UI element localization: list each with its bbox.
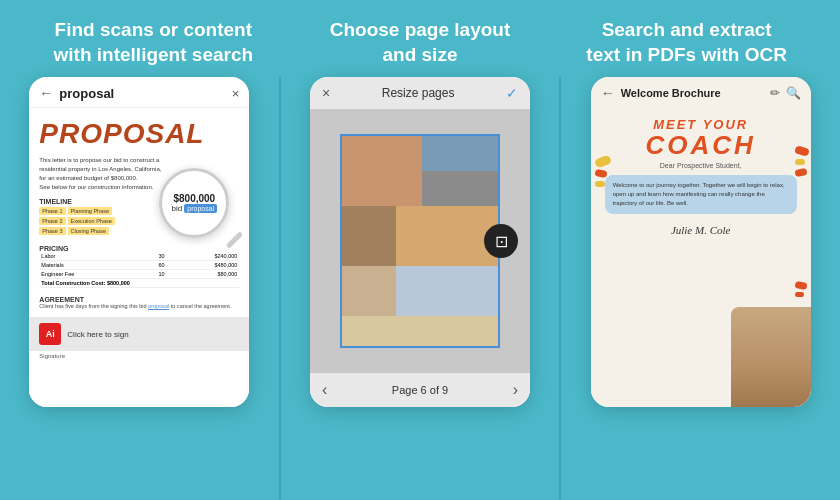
resize-nav: ‹ Page 6 of 9 ›	[310, 373, 530, 407]
blob-decoration	[794, 146, 810, 157]
photo-cell	[342, 206, 396, 266]
blob-decoration	[794, 168, 807, 177]
timeline-tag: Phase 3	[39, 227, 65, 235]
resize-content: ⊡	[310, 109, 530, 373]
resize-close-icon[interactable]: ×	[322, 85, 330, 101]
blob-decoration	[595, 181, 605, 187]
amount-highlight: for an estimated budget of $800,000.	[39, 175, 137, 181]
magnifier-proposal-tag: proposal	[184, 204, 217, 213]
timeline-tag: Execution Phase	[68, 217, 115, 225]
crop-icon[interactable]: ⊡	[484, 224, 518, 258]
blob-decoration	[594, 169, 607, 178]
panel-search: ← proposal × PROPOSAL This letter is to …	[0, 77, 281, 500]
page-indicator: Page 6 of 9	[392, 384, 448, 396]
brochure-bar: ← Welcome Brochure ✏ 🔍	[591, 77, 811, 107]
sign-button[interactable]: Click here to sign	[67, 330, 128, 339]
adobe-logo: Ai	[39, 323, 61, 345]
photo-cell	[422, 171, 498, 206]
bottom-blobs	[795, 282, 807, 297]
total-row: Total Construction Cost: $800,000	[39, 279, 239, 288]
photo-cell	[396, 266, 498, 316]
feature-title-2: Choose page layoutand size	[290, 18, 550, 67]
table-row: Labor30$240,000	[39, 252, 239, 261]
proposal-title: PROPOSAL	[29, 108, 249, 154]
timeline-tag: Closing Phase	[68, 227, 109, 235]
check-icon[interactable]: ✓	[506, 85, 518, 101]
magnifier-content: $800,000 bid proposal	[167, 189, 221, 217]
photo-row-4	[342, 316, 498, 346]
photo-cell	[396, 206, 498, 266]
dear-text: Dear Prospective Student,	[591, 158, 811, 169]
edit-icon[interactable]: ✏	[770, 86, 780, 100]
resize-bar: × Resize pages ✓	[310, 77, 530, 109]
magnifier-amount: $800,000	[171, 193, 217, 204]
close-icon[interactable]: ×	[232, 86, 240, 101]
phone-resize: × Resize pages ✓	[310, 77, 530, 407]
meet-your-text: MEET YOUR	[591, 107, 811, 132]
agreement-text: Client has five days from the signing th…	[39, 303, 239, 309]
agreement-section: AGREEMENT Client has five days from the …	[29, 292, 249, 313]
prev-page-button[interactable]: ‹	[322, 381, 327, 399]
pricing-table: Labor30$240,000 Materials60$480,000 Engi…	[39, 252, 239, 288]
photo-cell	[342, 136, 422, 206]
photo-row-2	[342, 206, 498, 266]
search-bar: ← proposal ×	[29, 77, 249, 108]
photo-grid: ⊡	[340, 134, 500, 348]
table-row: Engineer Fee10$80,000	[39, 270, 239, 279]
signature: Julie M. Cole	[591, 220, 811, 240]
timeline-tag: Planning Phase	[68, 207, 113, 215]
blob-decoration	[795, 292, 804, 297]
panels: ← proposal × PROPOSAL This letter is to …	[0, 77, 840, 500]
timeline-tag: Phase 1	[39, 207, 65, 215]
top-bar: Find scans or contentwith intelligent se…	[0, 0, 840, 77]
timeline-tag: Phase 2	[39, 217, 65, 225]
back-arrow-icon[interactable]: ←	[39, 85, 53, 101]
highlight-text: Welcome to our journey together. Togethe…	[605, 175, 797, 214]
blob-decoration	[594, 155, 612, 169]
agreement-label: AGREEMENT	[39, 296, 239, 303]
panel-ocr: ← Welcome Brochure ✏ 🔍 MEET YO	[561, 77, 840, 500]
search-icon[interactable]: 🔍	[786, 86, 801, 100]
feature-title-1: Find scans or contentwith intelligent se…	[23, 18, 283, 67]
back-arrow-icon[interactable]: ←	[601, 85, 615, 101]
blob-decoration	[795, 159, 805, 165]
phone-ocr: ← Welcome Brochure ✏ 🔍 MEET YO	[591, 77, 811, 407]
next-page-button[interactable]: ›	[513, 381, 518, 399]
brochure-title: Welcome Brochure	[621, 87, 764, 99]
decorations-left	[591, 157, 611, 187]
photo-cell	[422, 136, 498, 171]
pricing-section: PRICING Labor30$240,000 Materials60$480,…	[29, 241, 249, 292]
signature-label: Signature	[29, 351, 249, 361]
proposal-link: proposal	[148, 303, 169, 309]
photo-cell	[342, 266, 396, 316]
table-row: Materials60$480,000	[39, 261, 239, 270]
decorations-right	[795, 147, 809, 176]
photo-cell-group	[422, 136, 498, 206]
photo-row-3	[342, 266, 498, 316]
resize-title: Resize pages	[382, 86, 455, 100]
panel-resize: × Resize pages ✓	[281, 77, 562, 500]
blob-decoration	[794, 281, 807, 290]
photo-row-1	[342, 136, 498, 206]
pricing-label: PRICING	[39, 245, 239, 252]
feature-title-3: Search and extracttext in PDFs with OCR	[557, 18, 817, 67]
adobe-bar: Ai Click here to sign	[29, 317, 249, 351]
search-query-label: proposal	[59, 86, 225, 101]
coach-image	[731, 307, 811, 407]
coach-photo	[731, 307, 811, 407]
photo-cell	[342, 316, 498, 346]
proposal-content: PROPOSAL This letter is to propose our b…	[29, 108, 249, 407]
brochure-content: MEET YOUR COACH Dear Prospective Student…	[591, 107, 811, 407]
coach-text: COACH	[591, 132, 811, 158]
phone-search: ← proposal × PROPOSAL This letter is to …	[29, 77, 249, 407]
